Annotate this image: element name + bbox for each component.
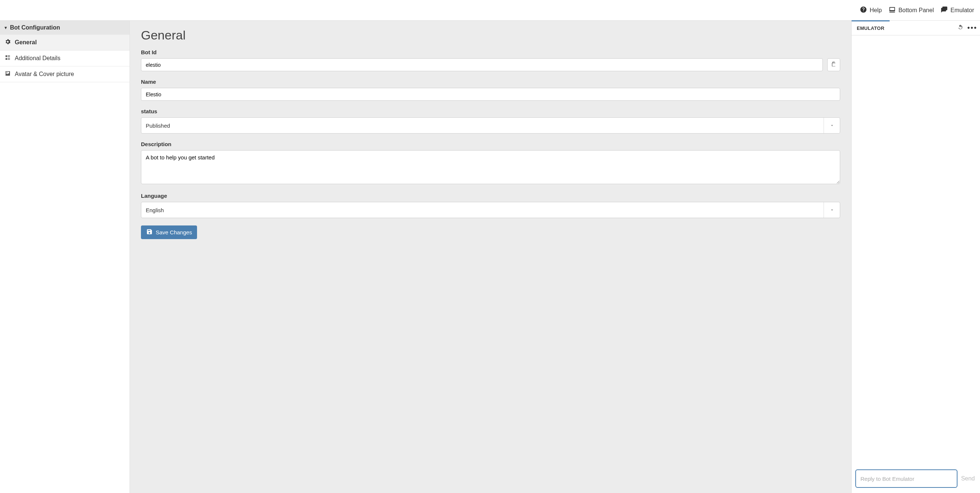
- label-name: Name: [141, 79, 840, 85]
- bot-id-input[interactable]: [141, 58, 823, 71]
- panel-icon: [888, 6, 896, 15]
- form-group-bot-id: Bot Id: [141, 49, 840, 71]
- chevron-down-icon: [824, 118, 840, 133]
- sidebar-item-avatar-cover[interactable]: Avatar & Cover picture: [0, 67, 129, 82]
- help-button[interactable]: Help: [860, 6, 882, 15]
- emulator-input-row: Send: [851, 466, 980, 493]
- chevron-down-icon: [824, 202, 840, 218]
- layout: ▼ Bot Configuration General Additional D…: [0, 21, 980, 493]
- more-button[interactable]: •••: [968, 24, 976, 32]
- emulator-toolbar: •••: [956, 24, 980, 32]
- label-description: Description: [141, 141, 840, 147]
- page-title: General: [141, 28, 840, 43]
- language-value: English: [141, 207, 824, 213]
- chat-icon: [940, 6, 948, 15]
- emulator-tabs: EMULATOR •••: [851, 21, 980, 35]
- details-icon: [5, 54, 11, 62]
- help-icon: [860, 6, 867, 15]
- top-header: Help Bottom Panel Emulator: [0, 0, 980, 21]
- status-select[interactable]: Published: [141, 117, 840, 134]
- gear-icon: [5, 38, 11, 46]
- sidebar: ▼ Bot Configuration General Additional D…: [0, 21, 130, 493]
- emulator-button[interactable]: Emulator: [940, 6, 974, 15]
- refresh-button[interactable]: [956, 24, 964, 32]
- save-icon: [146, 228, 153, 236]
- sidebar-section-title: Bot Configuration: [10, 24, 60, 31]
- label-language: Language: [141, 192, 840, 199]
- refresh-icon: [957, 24, 964, 32]
- name-input[interactable]: [141, 88, 840, 101]
- form-group-language: Language English: [141, 192, 840, 218]
- form-group-name: Name: [141, 79, 840, 101]
- caret-down-icon: ▼: [4, 25, 8, 30]
- image-icon: [5, 70, 11, 78]
- more-icon: •••: [967, 24, 977, 32]
- sidebar-item-general[interactable]: General: [0, 35, 129, 51]
- save-button-label: Save Changes: [156, 229, 192, 235]
- emulator-panel: EMULATOR ••• Send: [851, 21, 980, 493]
- emulator-send-button[interactable]: Send: [961, 475, 976, 482]
- sidebar-item-label: Additional Details: [15, 55, 60, 62]
- sidebar-item-label: Avatar & Cover picture: [15, 71, 74, 78]
- status-value: Published: [141, 122, 824, 129]
- emulator-body: [851, 35, 980, 466]
- main-content: General Bot Id Name status Published: [130, 21, 851, 493]
- sidebar-section-bot-configuration[interactable]: ▼ Bot Configuration: [0, 21, 129, 35]
- help-label: Help: [870, 7, 882, 14]
- save-changes-button[interactable]: Save Changes: [141, 226, 197, 239]
- sidebar-item-label: General: [15, 39, 37, 46]
- bottom-panel-button[interactable]: Bottom Panel: [888, 6, 934, 15]
- language-select[interactable]: English: [141, 202, 840, 218]
- label-bot-id: Bot Id: [141, 49, 840, 56]
- emulator-tab-label: EMULATOR: [857, 25, 885, 31]
- sidebar-item-additional-details[interactable]: Additional Details: [0, 51, 129, 67]
- form-group-status: status Published: [141, 108, 840, 134]
- bottom-panel-label: Bottom Panel: [899, 7, 934, 14]
- tab-emulator[interactable]: EMULATOR: [851, 20, 889, 35]
- description-input[interactable]: [141, 150, 840, 184]
- clipboard-icon: [831, 61, 837, 68]
- emulator-label: Emulator: [950, 7, 974, 14]
- emulator-reply-input[interactable]: [855, 469, 958, 488]
- label-status: status: [141, 108, 840, 115]
- copy-bot-id-button[interactable]: [827, 58, 840, 71]
- form-group-description: Description: [141, 141, 840, 185]
